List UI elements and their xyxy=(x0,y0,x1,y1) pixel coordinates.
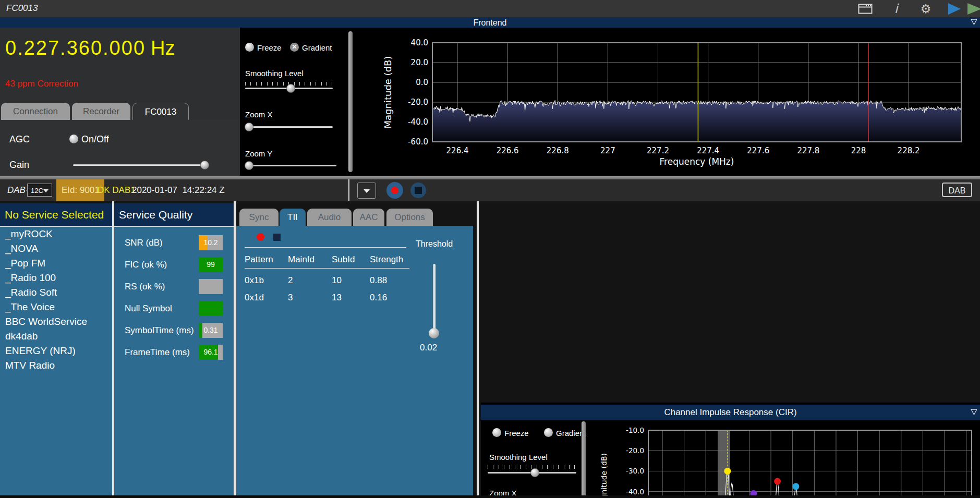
service-list-item[interactable]: _myROCK xyxy=(0,227,112,241)
tab-options[interactable]: Options xyxy=(386,209,433,226)
svg-text:⚙: ⚙ xyxy=(921,2,931,16)
gradient-checkbox[interactable] xyxy=(290,43,299,52)
gear-icon[interactable]: ⚙ xyxy=(919,2,933,16)
service-list: _myROCK_NOVA_Pop FM_Radio 100_Radio Soft… xyxy=(0,226,112,495)
play-green-icon[interactable] xyxy=(966,2,980,16)
smoothing-slider-handle[interactable] xyxy=(286,84,295,93)
cir-plot[interactable]: -10.0-20.0-30.0-40.0-50.0-60.0-60-40-200… xyxy=(588,420,980,498)
play-blue-icon[interactable] xyxy=(947,2,962,16)
threshold-value: 0.02 xyxy=(420,343,437,353)
tii-record-indicator[interactable] xyxy=(257,233,264,241)
freeze-radio[interactable] xyxy=(245,43,254,52)
zoom-x-slider-track[interactable] xyxy=(245,126,333,128)
service-list-item[interactable]: _Radio Soft xyxy=(0,285,112,300)
svg-text:i: i xyxy=(894,2,899,16)
service-list-item[interactable]: BBC WorldService xyxy=(0,314,112,329)
stop-button[interactable] xyxy=(410,183,426,198)
service-list-item[interactable]: ENERGY (NRJ) xyxy=(0,344,112,358)
tii-table-row[interactable]: 0x1b2100.88 xyxy=(245,269,409,286)
tab-fc0013[interactable]: FC0013 xyxy=(132,103,189,120)
service-quality-header: Service Quality xyxy=(114,203,234,226)
tii-stop-indicator[interactable] xyxy=(273,234,281,241)
tii-table-row[interactable]: 0x1d3130.16 xyxy=(245,286,409,303)
svg-text:-60.0: -60.0 xyxy=(408,137,428,147)
agc-toggle-radio[interactable] xyxy=(69,135,78,143)
tab-connection[interactable]: Connection xyxy=(1,103,70,120)
signal-mode-badge: DAB xyxy=(942,183,972,197)
record-options-dropdown[interactable] xyxy=(357,183,376,199)
bottom-strip xyxy=(0,495,980,498)
frontend-tuner-pane: 0.227.360.000Hz 43 ppm Correction Connec… xyxy=(0,28,240,176)
frontend-spectrum-plot[interactable]: 40.020.00.0-20.0-40.0-60.0226.4226.6226.… xyxy=(355,28,980,176)
tii-cell: 10 xyxy=(332,275,370,286)
gain-slider-handle[interactable] xyxy=(200,161,209,169)
svg-text:-30.0: -30.0 xyxy=(626,467,644,475)
svg-text:-40.0: -40.0 xyxy=(408,117,428,127)
frequency-display: 0.227.360.000Hz xyxy=(5,37,175,59)
main-area: No Service Selected _myROCK_NOVA_Pop FM_… xyxy=(0,201,980,495)
service-panel-header: No Service Selected xyxy=(0,203,112,226)
frontend-header: Frontend xyxy=(0,17,980,28)
cir-controls-scrollbar[interactable] xyxy=(582,421,586,498)
zoom-x-slider-handle[interactable] xyxy=(245,123,253,131)
service-list-item[interactable]: _Pop FM xyxy=(0,256,112,271)
quality-bar-value xyxy=(199,301,223,316)
threshold-slider-track[interactable] xyxy=(433,264,435,337)
gain-label: Gain xyxy=(9,160,29,171)
svg-text:227.2: 227.2 xyxy=(647,146,669,155)
controls-scrollbar[interactable] xyxy=(348,31,353,172)
tii-cell: 0x1d xyxy=(245,293,288,303)
quality-row-label: FIC (ok %) xyxy=(125,260,167,270)
service-list-item[interactable]: dk4dab xyxy=(0,329,112,344)
frequency-unit: Hz xyxy=(151,37,175,59)
spectrum-plot-controls: Freeze Gradient Smoothing Level Zoom X Z… xyxy=(240,28,355,176)
svg-text:-10.0: -10.0 xyxy=(626,426,644,434)
service-list-item[interactable]: _NOVA xyxy=(0,241,112,256)
tab-recorder[interactable]: Recorder xyxy=(72,103,130,120)
cir-tii-region: Channel Impulse Response (CIR) Freeze Gr… xyxy=(481,403,980,498)
agc-label: AGC xyxy=(9,134,30,145)
tii-column-header: MainId xyxy=(288,254,332,265)
service-list-item[interactable]: _The Voice xyxy=(0,300,112,314)
cir-freeze-label: Freeze xyxy=(504,429,529,438)
tab-sync[interactable]: Sync xyxy=(239,209,279,226)
tab-tii[interactable]: TII xyxy=(280,209,306,226)
frontend-collapse-icon[interactable] xyxy=(971,19,977,25)
cir-smoothing-slider-handle[interactable] xyxy=(530,468,539,477)
gain-slider-track[interactable] xyxy=(73,164,209,166)
agc-toggle-label: On/Off xyxy=(81,134,109,145)
tab-aac[interactable]: AAC xyxy=(353,209,384,226)
main-transmitter-dot xyxy=(724,468,731,475)
cir-freeze-radio[interactable] xyxy=(492,428,501,437)
info-icon[interactable]: i xyxy=(890,2,902,16)
svg-text:227.4: 227.4 xyxy=(697,146,719,155)
channel-select[interactable]: 12C xyxy=(27,184,52,197)
quality-bar-value: 99 xyxy=(199,257,223,272)
record-button[interactable] xyxy=(386,182,403,199)
service-list-item[interactable]: MTV Radio xyxy=(0,358,112,373)
zoom-y-slider-track[interactable] xyxy=(245,165,336,166)
cir-smoothing-ticks xyxy=(488,465,576,469)
ensemble-id-label: EId: 9001 xyxy=(62,185,100,196)
panel-divider[interactable] xyxy=(477,201,479,495)
channel-value: 12C xyxy=(31,187,43,195)
selected-service-label: No Service Selected xyxy=(0,209,104,221)
svg-text:227.8: 227.8 xyxy=(797,146,819,155)
cir-collapse-icon[interactable] xyxy=(971,409,977,415)
tii-column-header: Pattern xyxy=(245,254,288,265)
threshold-slider-handle[interactable] xyxy=(429,328,439,338)
cir-gradient-radio[interactable] xyxy=(544,428,553,437)
dab-bar-separator xyxy=(348,179,349,201)
gradient-label: Gradient xyxy=(302,43,332,52)
tab-audio[interactable]: Audio xyxy=(307,209,352,226)
window-icon[interactable] xyxy=(858,4,873,14)
horizontal-splitter[interactable] xyxy=(0,176,980,179)
svg-text:Magnitude (dB): Magnitude (dB) xyxy=(600,453,608,498)
frontend-section: 0.227.360.000Hz 43 ppm Correction Connec… xyxy=(0,28,980,176)
tii-table-header: PatternMainIdSubIdStrength xyxy=(245,254,409,269)
quality-bar: 0.31 xyxy=(199,323,223,338)
zoom-y-slider-handle[interactable] xyxy=(245,161,253,170)
service-list-item[interactable]: _Radio 100 xyxy=(0,271,112,285)
svg-text:227.6: 227.6 xyxy=(747,146,769,155)
quality-row: FIC (ok %)99 xyxy=(114,254,234,276)
